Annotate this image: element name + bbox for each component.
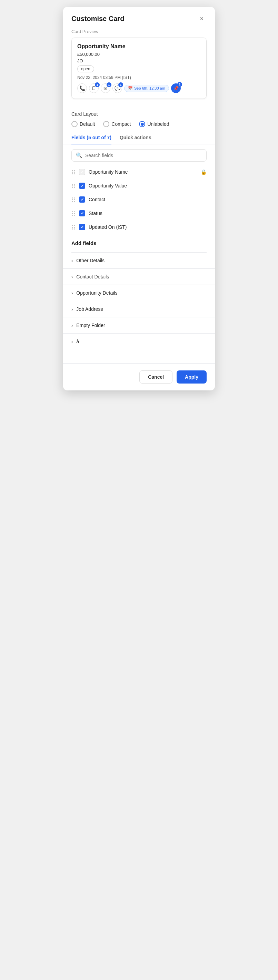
- checkbox-status[interactable]: ✓: [79, 210, 85, 216]
- close-button[interactable]: ×: [197, 14, 207, 24]
- search-box: 🔍: [71, 149, 207, 162]
- phone-icon: 📞: [79, 86, 85, 91]
- radio-compact[interactable]: [103, 121, 109, 127]
- card-preview: Opportunity Name £50,000.00 JO open Nov …: [71, 38, 207, 99]
- checkmark-updated-on: ✓: [81, 225, 84, 229]
- modal-footer: Cancel Apply: [63, 363, 215, 390]
- pin-icon-circle[interactable]: 📌 2: [171, 83, 181, 93]
- card-icons-row: 📞 🗒 1 ✉ 1 💬 1 📅 Sep 6th, 12:30 am: [77, 83, 201, 93]
- folder-label-other-details: Other Details: [76, 258, 104, 263]
- layout-options: Default Compact Unlabeled: [71, 121, 207, 127]
- folder-label-a: à: [76, 339, 79, 344]
- add-fields-title: Add fields: [71, 240, 207, 246]
- date-chip[interactable]: 📅 Sep 6th, 12:30 am: [124, 85, 169, 92]
- chat-icon-circle[interactable]: 💬 1: [112, 83, 122, 93]
- drag-handle-opp-value[interactable]: [71, 183, 75, 189]
- chevron-a: ›: [71, 339, 73, 344]
- radio-unlabeled-inner: [141, 123, 144, 126]
- folder-label-empty-folder: Empty Folder: [76, 323, 105, 328]
- folder-label-opportunity-details: Opportunity Details: [76, 290, 117, 296]
- drag-handle-contact[interactable]: [71, 197, 75, 203]
- folder-item-empty-folder[interactable]: › Empty Folder: [63, 317, 215, 334]
- folder-label-contact-details: Contact Details: [76, 274, 109, 280]
- date-chip-text: Sep 6th, 12:30 am: [134, 86, 165, 90]
- search-input[interactable]: [85, 153, 202, 158]
- card-layout-title: Card Layout: [71, 111, 207, 117]
- checkbox-contact[interactable]: ✓: [79, 196, 85, 203]
- lock-icon-opp-name: 🔒: [201, 169, 207, 175]
- calendar-icon: 📅: [128, 86, 133, 91]
- drag-handle-updated-on[interactable]: [71, 224, 75, 230]
- field-item-contact: ✓ Contact: [71, 192, 207, 207]
- chevron-opportunity-details: ›: [71, 291, 73, 296]
- tabs-row: Fields (5 out of 7) Quick actions: [63, 131, 215, 145]
- fields-list: ✓ Opportunity Name 🔒 ✓ Opportunity Value: [63, 165, 215, 234]
- pin-badge: 2: [177, 82, 182, 87]
- folder-item-opportunity-details[interactable]: › Opportunity Details: [63, 285, 215, 301]
- layout-option-compact[interactable]: Compact: [103, 121, 131, 127]
- drag-handle-opp-name[interactable]: [71, 169, 75, 175]
- checkbox-updated-on[interactable]: ✓: [79, 224, 85, 230]
- card-preview-label: Card Preview: [63, 29, 215, 38]
- customise-card-modal: Customise Card × Card Preview Opportunit…: [63, 7, 215, 390]
- folder-item-contact-details[interactable]: › Contact Details: [63, 269, 215, 285]
- search-icon: 🔍: [76, 152, 82, 159]
- field-item-opp-name: ✓ Opportunity Name 🔒: [71, 165, 207, 179]
- modal-title: Customise Card: [71, 15, 124, 23]
- field-label-status: Status: [89, 210, 207, 216]
- field-label-contact: Contact: [89, 197, 207, 202]
- card-contact: JO: [77, 58, 201, 64]
- cancel-button[interactable]: Cancel: [139, 371, 173, 383]
- chevron-empty-folder: ›: [71, 323, 73, 328]
- chevron-other-details: ›: [71, 258, 73, 263]
- card-opp-name: Opportunity Name: [77, 43, 201, 49]
- field-item-opp-value: ✓ Opportunity Value: [71, 179, 207, 192]
- note-icon-circle[interactable]: 🗒 1: [89, 83, 99, 93]
- chat-badge: 1: [118, 82, 123, 87]
- chevron-job-address: ›: [71, 307, 73, 312]
- radio-unlabeled[interactable]: [139, 121, 145, 127]
- field-label-updated-on: Updated On (IST): [89, 224, 207, 230]
- folder-label-job-address: Job Address: [76, 306, 103, 312]
- add-fields-section: Add fields: [63, 234, 215, 252]
- layout-unlabeled-label: Unlabeled: [147, 121, 169, 127]
- checkmark-contact: ✓: [81, 197, 84, 202]
- note-badge: 1: [95, 82, 100, 87]
- field-item-updated-on: ✓ Updated On (IST): [71, 220, 207, 234]
- card-badge: open: [77, 65, 94, 72]
- phone-icon-circle[interactable]: 📞: [77, 83, 87, 93]
- folder-item-job-address[interactable]: › Job Address: [63, 301, 215, 317]
- email-badge: 1: [107, 82, 112, 87]
- radio-default[interactable]: [71, 121, 78, 127]
- card-layout-section: Card Layout Default Compact Unlabeled: [63, 106, 215, 131]
- field-item-status: ✓ Status: [71, 207, 207, 220]
- chevron-contact-details: ›: [71, 274, 73, 280]
- field-label-opp-value: Opportunity Value: [89, 183, 207, 188]
- layout-option-unlabeled[interactable]: Unlabeled: [139, 121, 169, 127]
- tab-fields[interactable]: Fields (5 out of 7): [71, 131, 112, 145]
- card-preview-area: Opportunity Name £50,000.00 JO open Nov …: [63, 38, 215, 106]
- email-icon-circle[interactable]: ✉ 1: [101, 83, 110, 93]
- layout-compact-label: Compact: [112, 121, 131, 127]
- card-value: £50,000.00: [77, 52, 201, 57]
- folder-item-other-details[interactable]: › Other Details: [63, 253, 215, 269]
- card-date: Nov 22, 2024 03:59 PM (IST): [77, 75, 201, 80]
- checkmark-opp-name: ✓: [81, 170, 84, 174]
- search-area: 🔍: [63, 145, 215, 165]
- drag-handle-status[interactable]: [71, 210, 75, 216]
- folder-item-a[interactable]: › à: [63, 334, 215, 349]
- tab-quick-actions[interactable]: Quick actions: [120, 131, 152, 145]
- checkmark-status: ✓: [81, 211, 84, 216]
- checkmark-opp-value: ✓: [81, 184, 84, 188]
- pin-icon: 📌: [173, 86, 179, 91]
- checkbox-opp-name: ✓: [79, 169, 85, 175]
- modal-header: Customise Card ×: [63, 7, 215, 29]
- checkbox-opp-value[interactable]: ✓: [79, 183, 85, 189]
- layout-option-default[interactable]: Default: [71, 121, 95, 127]
- field-label-opp-name: Opportunity Name: [89, 169, 197, 175]
- layout-default-label: Default: [80, 121, 95, 127]
- apply-button[interactable]: Apply: [177, 371, 207, 383]
